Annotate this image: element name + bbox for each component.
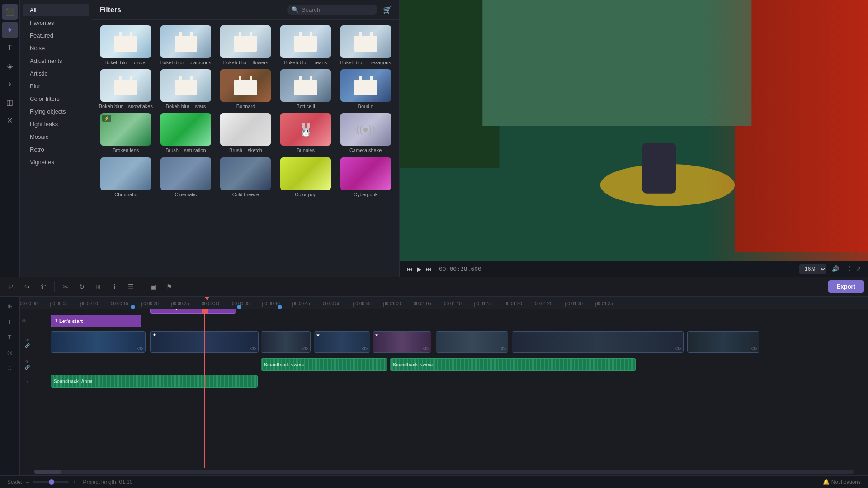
video-clip-6[interactable]: ◁▷ (436, 331, 508, 353)
timeline-add-btn[interactable]: ⊕ (3, 300, 17, 313)
audio1-eye-icon[interactable]: 👁 (25, 360, 29, 364)
filter-item-bokeh-stars[interactable]: Bokeh blur – stars (158, 69, 214, 109)
filter-item-broken-lens[interactable]: ⚡Broken lens (98, 113, 154, 153)
filter-item-bunnies[interactable]: 🐰Bunnies (278, 113, 334, 153)
filter-item-bonnard[interactable]: Bonnard (217, 69, 274, 109)
media-nav-btn[interactable]: ⬛ (2, 4, 18, 20)
filter-item-row4-5[interactable]: Cyberpunk (337, 157, 394, 198)
video-preview: ⏮ ▶ ⏭ 00:00:28.600 16:9 4:3 1:1 9:16 🔊 ⛶… (400, 0, 868, 277)
filter-item-bokeh-flowers[interactable]: Bokeh blur – flowers (217, 25, 274, 66)
filter-search-box[interactable]: 🔍 (287, 5, 377, 15)
filter-thumb-boudin (340, 69, 391, 102)
video-clip-4[interactable]: ★ ◁▷ (314, 331, 370, 353)
cat-retro[interactable]: Retro (23, 143, 89, 156)
cat-flying-objects[interactable]: Flying objects (23, 105, 89, 118)
filter-item-boudin[interactable]: Boudin (337, 69, 394, 109)
expand-icon[interactable]: ⤢ (856, 265, 861, 272)
ruler-mark-label: 00:01:25 (535, 301, 552, 306)
filter-item-bokeh-clover[interactable]: Bokeh blur – clover (98, 25, 154, 66)
filter-item-brush-sketch[interactable]: Brush – sketch (217, 113, 274, 153)
track-eye-icon[interactable]: 👁 (22, 318, 27, 324)
filter-item-camera-shake[interactable]: ((●))Camera shake (337, 113, 394, 153)
text-nav-btn[interactable]: T (2, 40, 18, 56)
filter-item-row4-1[interactable]: Chromatic (98, 157, 154, 198)
scrollbar-thumb[interactable] (34, 470, 61, 474)
timeline-zoom-btn[interactable]: ◎ (3, 346, 17, 359)
filter-label-row4-1: Chromatic (114, 192, 137, 198)
flag-button[interactable]: ⚑ (162, 280, 176, 294)
audio1-clip-1[interactable]: Soundtrack ∿wma (261, 358, 387, 371)
clip-lets-start[interactable]: T Let's start (51, 315, 141, 327)
redo-button[interactable]: ↪ (20, 280, 34, 294)
search-input[interactable] (302, 6, 365, 13)
undo-button[interactable]: ↩ (4, 280, 18, 294)
ruler-playhead (204, 297, 210, 300)
notifications-btn[interactable]: 🔔 Notifications (823, 479, 861, 485)
list-button[interactable]: ☰ (123, 280, 138, 294)
cat-blur[interactable]: Blur (23, 80, 89, 92)
cat-favorites[interactable]: Favorites (23, 17, 89, 29)
filter-item-bokeh-diamonds[interactable]: Bokeh blur – diamonds (158, 25, 214, 66)
filter-grid: Bokeh blur – cloverBokeh blur – diamonds… (92, 20, 399, 203)
cat-featured[interactable]: Featured (23, 29, 89, 42)
cat-vignettes[interactable]: Vignettes (23, 156, 89, 168)
cart-icon[interactable]: 🛒 (383, 5, 392, 14)
audio1-link-icon[interactable]: 🔗 (25, 365, 30, 370)
cat-adjustments[interactable]: Adjustments (23, 55, 89, 67)
audio2-clip-1[interactable]: Soundtrack_Anna (51, 375, 258, 388)
filter-item-row4-3[interactable]: Cold breeze (217, 157, 274, 198)
timeline-split-btn[interactable]: T (3, 316, 17, 328)
fullscreen-icon[interactable]: ⛶ (844, 265, 850, 272)
loop-button[interactable]: ↻ (75, 280, 89, 294)
filter-item-bokeh-snowflakes[interactable]: Bokeh blur – snowflakes (98, 69, 154, 109)
clip-journey[interactable]: T Journey to the ends of the earth (150, 309, 236, 314)
screen-button[interactable]: ▣ (146, 280, 160, 294)
delete-button[interactable]: 🗑 (36, 280, 51, 294)
filter-item-bokeh-hexagons[interactable]: Bokeh blur – hexagons (337, 25, 394, 66)
filter-item-bokeh-hearts[interactable]: Bokeh blur – hearts (278, 25, 334, 66)
cat-noise[interactable]: Noise (23, 42, 89, 54)
export-button[interactable]: Export (828, 280, 864, 293)
audio1-clip-2[interactable]: Soundtrack ∿wma (390, 358, 636, 371)
video-color-overlay (704, 0, 868, 261)
cat-light-leaks[interactable]: Light leaks (23, 118, 89, 130)
scale-slider-thumb[interactable] (49, 479, 54, 485)
scale-minus-icon[interactable]: − (26, 479, 29, 485)
cat-all[interactable]: All (23, 4, 89, 16)
timeline-audio-btn[interactable]: ♫ (3, 362, 17, 374)
video-track-eye-icon[interactable]: 👁 (25, 338, 29, 342)
video-clip-5[interactable]: ★ ◁▷ (373, 331, 431, 353)
play-btn[interactable]: ▶ (417, 265, 422, 273)
cat-color-filters[interactable]: Color filters (23, 93, 89, 105)
audio-nav-btn[interactable]: ♪ (2, 76, 18, 92)
video-track-link-icon[interactable]: 🔗 (25, 343, 30, 348)
overlay-nav-btn[interactable]: ◫ (2, 94, 18, 110)
filter-item-brush-saturation[interactable]: Brush – saturation (158, 113, 214, 153)
scale-plus-icon[interactable]: + (72, 479, 75, 485)
close-nav-btn[interactable]: ✕ (2, 112, 18, 128)
timeline-text-btn[interactable]: T (3, 331, 17, 344)
skip-back-btn[interactable]: ⏮ (407, 265, 413, 273)
info-button[interactable]: ℹ (107, 280, 122, 294)
transitions-nav-btn[interactable]: ◈ (2, 58, 18, 74)
filter-label-bokeh-snowflakes: Bokeh blur – snowflakes (99, 104, 153, 109)
video-clip-3[interactable]: ◁▷ (261, 331, 311, 353)
cat-mosaic[interactable]: Mosaic (23, 131, 89, 143)
video-clip-8[interactable]: ◁▷ (687, 331, 760, 353)
scale-slider[interactable] (33, 481, 69, 483)
filter-item-row4-2[interactable]: Cinematic (158, 157, 214, 198)
video-clip-7[interactable]: ◁▷ (512, 331, 684, 353)
effects-nav-btn[interactable]: ✦ (2, 22, 18, 38)
filter-item-row4-4[interactable]: Color pop (278, 157, 334, 198)
crop-button[interactable]: ⊞ (91, 280, 105, 294)
aspect-ratio-selector[interactable]: 16:9 4:3 1:1 9:16 (799, 264, 826, 274)
cut-button[interactable]: ✂ (58, 280, 73, 294)
audio2-music-icon[interactable]: ♪ (26, 379, 28, 384)
filter-item-botticelli[interactable]: Botticelli (278, 69, 334, 109)
skip-forward-btn[interactable]: ⏭ (425, 265, 432, 273)
volume-icon[interactable]: 🔊 (832, 265, 839, 272)
video-clip-1[interactable]: ◁▷ (51, 331, 146, 353)
ruler-mark-9: 00:00:45 (292, 297, 323, 307)
scrollbar-track[interactable] (34, 470, 854, 474)
cat-artistic[interactable]: Artistic (23, 67, 89, 80)
